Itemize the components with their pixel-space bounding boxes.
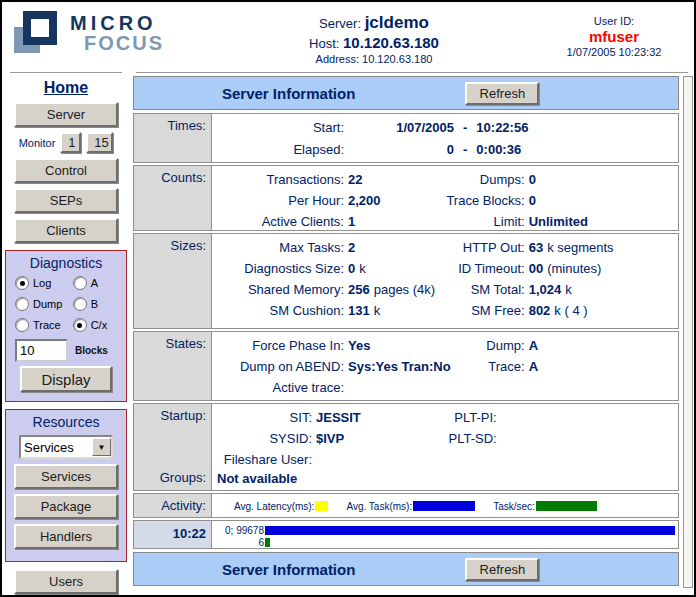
sizes-row-label: Sizes: <box>134 234 212 328</box>
handlers-button[interactable]: Handlers <box>14 524 118 549</box>
micro-focus-logo: MICRO FOCUS <box>2 11 214 57</box>
groups-label: Groups: <box>134 470 206 485</box>
display-button[interactable]: Display <box>20 366 112 392</box>
refresh-button-top[interactable]: Refresh <box>465 82 539 105</box>
monitor-1-button[interactable]: 1 <box>60 132 81 153</box>
counts-right-column: Dumps:0 Trace Blocks:0 Limit:Unlimited <box>413 169 676 228</box>
blocks-input[interactable] <box>15 339 68 362</box>
radio-trace-control[interactable] <box>15 318 29 332</box>
radio-cx[interactable]: C/x <box>73 318 117 332</box>
startup-label: Startup: <box>134 408 206 423</box>
diagnostics-size-value: 0 <box>348 258 355 279</box>
host-line: Host: 10.120.63.180 <box>214 34 534 51</box>
resources-select[interactable]: Services ▼ <box>19 435 113 459</box>
task-sec-legend: Task/sec: <box>493 501 597 512</box>
plt-sd-field: PLT-SD: <box>413 428 676 449</box>
history-line-task: 0; 99678 <box>214 524 676 536</box>
blocks-row: Blocks <box>6 339 126 362</box>
resources-select-value: Services <box>21 440 92 455</box>
start-label: Start: <box>214 117 348 139</box>
dump-state-label: Dump: <box>413 335 529 356</box>
activity-legend: Avg. Latency(ms): Avg. Task(ms): Task/se… <box>214 497 676 515</box>
scrollbar-track[interactable] <box>683 76 693 588</box>
server-button[interactable]: Server <box>14 102 118 127</box>
id-timeout-suffix: (minutes) <box>547 258 601 279</box>
active-trace-field: Active trace: <box>214 377 413 398</box>
radio-b-control[interactable] <box>73 297 87 311</box>
sm-free-field: SM Free:802k ( 4 ) <box>413 300 676 321</box>
radio-cx-label: C/x <box>91 319 108 331</box>
startup-left-column: SIT:JESSIT SYSID:$IVP Fileshare User: <box>214 407 413 470</box>
refresh-button-bottom[interactable]: Refresh <box>465 558 539 581</box>
shared-memory-label: Shared Memory: <box>214 279 348 300</box>
activity-row: Activity: Avg. Latency(ms): Avg. Task(ms… <box>133 493 679 518</box>
http-out-suffix: k segments <box>547 237 613 258</box>
services-button[interactable]: Services <box>14 464 118 489</box>
sizes-left-column: Max Tasks:2 Diagnostics Size:0k Shared M… <box>214 237 413 326</box>
radio-dump[interactable]: Dump <box>15 297 73 311</box>
home-link[interactable]: Home <box>2 79 130 97</box>
dump-on-abend-field: Dump on ABEND:Sys:Yes Tran:No <box>214 356 413 377</box>
active-clients-field: Active Clients:1 <box>214 211 413 230</box>
header-divider-left <box>10 72 122 73</box>
monitor-15-button[interactable]: 15 <box>86 132 113 153</box>
avg-latency-legend: Avg. Latency(ms): <box>234 501 328 512</box>
http-out-value: 63 <box>529 237 543 258</box>
limit-field: Limit:Unlimited <box>413 211 676 230</box>
times-row-label: Times: <box>134 114 212 162</box>
elapsed-time: 0:00:36 <box>476 139 521 161</box>
diagnostics-size-suffix: k <box>359 258 366 279</box>
control-button[interactable]: Control <box>14 158 118 183</box>
elapsed-line: Elapsed: 0 - 0:00:36 <box>214 139 676 161</box>
limit-value: Unlimited <box>529 211 588 230</box>
elapsed-days: 0 <box>348 139 454 161</box>
logo-square-front <box>23 11 57 45</box>
task-sec-label: Task/sec: <box>493 501 535 512</box>
users-button[interactable]: Users <box>14 569 118 594</box>
force-phase-in-label: Force Phase In: <box>214 335 348 356</box>
trace-blocks-label: Trace Blocks: <box>413 190 529 211</box>
id-timeout-field: ID Timeout:00(minutes) <box>413 258 676 279</box>
sm-cushion-value: 131 <box>348 300 370 321</box>
force-phase-in-field: Force Phase In:Yes <box>214 335 413 356</box>
user-id-label: User ID: <box>534 15 694 27</box>
seps-button[interactable]: SEPs <box>14 188 118 213</box>
server-value: jcldemo <box>365 13 429 32</box>
radio-trace[interactable]: Trace <box>15 318 73 332</box>
radio-dump-control[interactable] <box>15 297 29 311</box>
radio-log-control[interactable] <box>15 276 29 290</box>
logo-word-focus: FOCUS <box>84 33 164 53</box>
start-line: Start: 1/07/2005 - 10:22:56 <box>214 117 676 139</box>
diagnostics-size-field: Diagnostics Size:0k <box>214 258 413 279</box>
clients-button[interactable]: Clients <box>14 218 118 243</box>
activity-history-row: 10:22 0; 99678 6 <box>133 520 679 549</box>
sysid-field: SYSID:$IVP <box>214 428 413 449</box>
active-clients-label: Active Clients: <box>214 211 348 230</box>
trace-state-field: Trace:A <box>413 356 676 377</box>
force-phase-in-value: Yes <box>348 335 370 356</box>
dumps-label: Dumps: <box>413 169 529 190</box>
radio-a-control[interactable] <box>73 276 87 290</box>
shared-memory-field: Shared Memory:256pages (4k) <box>214 279 413 300</box>
counts-row-content: Transactions:22 Per Hour:2,200 Active Cl… <box>212 166 678 230</box>
history-time-label: 10:22 <box>134 521 212 548</box>
diagnostics-title: Diagnostics <box>6 255 126 271</box>
radio-log[interactable]: Log <box>15 276 73 290</box>
sm-free-label: SM Free: <box>413 300 529 321</box>
dumps-field: Dumps:0 <box>413 169 676 190</box>
package-button[interactable]: Package <box>14 494 118 519</box>
radio-a[interactable]: A <box>73 276 117 290</box>
states-right-column: Dump:A Trace:A <box>413 335 676 398</box>
id-timeout-value: 00 <box>529 258 543 279</box>
avg-task-legend: Avg. Task(ms): <box>346 501 475 512</box>
user-info: User ID: mfuser 1/07/2005 10:23:32 <box>534 11 694 58</box>
radio-cx-control[interactable] <box>73 318 87 332</box>
start-date: 1/07/2005 <box>348 117 454 139</box>
radio-b[interactable]: B <box>73 297 117 311</box>
chevron-down-icon[interactable]: ▼ <box>92 438 111 456</box>
header: MICRO FOCUS Server: jcldemo Host: 10.120… <box>2 2 694 72</box>
states-left-column: Force Phase In:Yes Dump on ABEND:Sys:Yes… <box>214 335 413 398</box>
sm-total-suffix: k <box>565 279 572 300</box>
header-divider-right <box>136 72 688 73</box>
start-time: 10:22:56 <box>476 117 528 139</box>
